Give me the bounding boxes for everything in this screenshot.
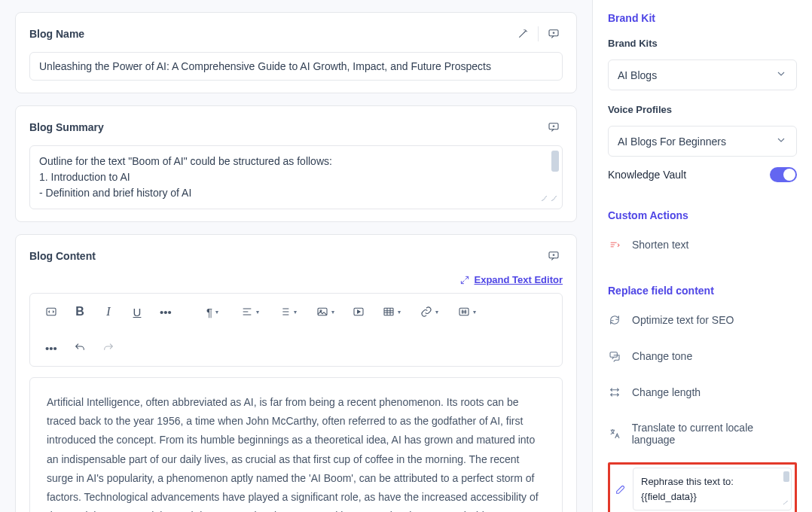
refresh-icon bbox=[608, 313, 621, 327]
resize-handle-icon[interactable]: ⟋⟋ bbox=[539, 191, 559, 206]
length-label: Change length bbox=[632, 386, 701, 398]
blog-name-header: Blog Name bbox=[29, 25, 563, 43]
seo-label: Optimize text for SEO bbox=[632, 314, 734, 326]
knowledge-vault-label: Knowledge Vault bbox=[608, 169, 686, 181]
translate-action[interactable]: Translate to current locale language bbox=[608, 416, 797, 452]
knowledge-vault-toggle[interactable] bbox=[770, 167, 797, 182]
shorten-label: Shorten text bbox=[632, 239, 689, 251]
editor-toolbar: B I U ••• ¶▾ ▾ ▾ ▾ ▾ ▾ ▾ ••• bbox=[29, 293, 563, 367]
brand-kits-value: AI Blogs bbox=[618, 69, 657, 81]
blog-summary-card: Blog Summary Outline for the text "Boom … bbox=[15, 105, 577, 222]
blog-summary-textarea[interactable]: Outline for the text "Boom of AI" could … bbox=[29, 145, 563, 209]
more-tools-icon[interactable]: ••• bbox=[39, 336, 63, 360]
tone-label: Change tone bbox=[632, 350, 692, 362]
svg-rect-7 bbox=[384, 308, 393, 315]
blog-name-input[interactable] bbox=[29, 52, 563, 81]
translate-icon bbox=[608, 427, 621, 440]
list-icon[interactable]: ▾ bbox=[271, 300, 304, 324]
chevron-down-icon bbox=[775, 68, 787, 82]
length-icon bbox=[608, 386, 621, 399]
rephrase-line: {{field_data}} bbox=[641, 489, 783, 504]
chat-icon bbox=[608, 349, 621, 363]
scrollbar[interactable] bbox=[783, 471, 789, 482]
blog-content-card: Blog Content Expand Text Editor B I U ••… bbox=[15, 234, 577, 512]
magic-wand-icon[interactable] bbox=[514, 25, 532, 43]
change-length-action[interactable]: Change length bbox=[608, 379, 797, 405]
optimize-seo-action[interactable]: Optimize text for SEO bbox=[608, 307, 797, 333]
summary-line: 1. Introduction to AI bbox=[39, 169, 553, 185]
blog-content-editor[interactable]: Artificial Intelligence, often abbreviat… bbox=[29, 377, 563, 512]
comment-add-icon[interactable] bbox=[545, 25, 563, 43]
link-icon[interactable]: ▾ bbox=[413, 300, 446, 324]
blog-name-actions bbox=[514, 25, 563, 43]
blog-name-card: Blog Name bbox=[15, 12, 577, 93]
brand-kit-title: Brand Kit bbox=[608, 12, 797, 24]
blog-summary-label: Blog Summary bbox=[29, 121, 104, 133]
redo-icon[interactable] bbox=[96, 336, 121, 360]
knowledge-vault-row: Knowledge Vault bbox=[608, 167, 797, 182]
custom-actions-title: Custom Actions bbox=[608, 209, 797, 221]
blog-name-label: Blog Name bbox=[29, 28, 84, 40]
replace-content-title: Replace field content bbox=[608, 285, 797, 297]
blog-content-header: Blog Content bbox=[29, 247, 563, 265]
rephrase-line: Rephrase this text to: bbox=[641, 474, 783, 489]
blog-summary-actions bbox=[545, 118, 563, 136]
scrollbar[interactable] bbox=[551, 151, 559, 172]
rephrase-textarea[interactable]: Rephrase this text to: {{field_data}} ⟋ bbox=[633, 468, 792, 510]
italic-icon[interactable]: I bbox=[96, 300, 121, 324]
sidebar: Brand Kit Brand Kits AI Blogs Voice Prof… bbox=[592, 0, 812, 512]
comment-add-icon[interactable] bbox=[545, 247, 563, 265]
chevron-down-icon bbox=[775, 134, 787, 148]
align-icon[interactable]: ▾ bbox=[234, 300, 267, 324]
translate-label: Translate to current locale language bbox=[632, 422, 797, 446]
shorten-icon bbox=[608, 238, 621, 251]
hash-icon[interactable]: ▾ bbox=[450, 300, 484, 324]
svg-rect-3 bbox=[47, 308, 56, 315]
rephrase-action-highlighted: Rephrase this text to: {{field_data}} ⟋ bbox=[608, 462, 797, 512]
image-icon[interactable]: ▾ bbox=[309, 300, 342, 324]
shorten-text-action[interactable]: Shorten text bbox=[608, 232, 797, 258]
bold-icon[interactable]: B bbox=[68, 300, 92, 324]
blog-summary-header: Blog Summary bbox=[29, 118, 563, 136]
expand-editor-link[interactable]: Expand Text Editor bbox=[29, 274, 563, 285]
voice-profiles-value: AI Blogs For Beginners bbox=[618, 136, 726, 148]
divider bbox=[538, 26, 539, 41]
summary-line: Outline for the text "Boom of AI" could … bbox=[39, 154, 553, 169]
video-icon[interactable] bbox=[346, 300, 371, 324]
underline-icon[interactable]: U bbox=[125, 300, 149, 324]
brand-kits-select[interactable]: AI Blogs bbox=[608, 59, 797, 90]
main-panel: Blog Name Blog Summary Outlin bbox=[0, 0, 592, 512]
svg-rect-9 bbox=[610, 352, 617, 358]
summary-line: - Definition and brief history of AI bbox=[39, 185, 553, 201]
edit-icon[interactable] bbox=[613, 468, 628, 510]
voice-profiles-select[interactable]: AI Blogs For Beginners bbox=[608, 126, 797, 157]
blog-content-actions bbox=[545, 247, 563, 265]
paragraph-icon[interactable]: ¶▾ bbox=[196, 300, 229, 324]
code-block-icon[interactable] bbox=[39, 300, 63, 324]
table-icon[interactable]: ▾ bbox=[375, 300, 408, 324]
change-tone-action[interactable]: Change tone bbox=[608, 343, 797, 369]
blog-content-label: Blog Content bbox=[29, 250, 96, 262]
undo-icon[interactable] bbox=[68, 336, 92, 360]
more-format-icon[interactable]: ••• bbox=[154, 300, 178, 324]
comment-add-icon[interactable] bbox=[545, 118, 563, 136]
brand-kits-label: Brand Kits bbox=[608, 38, 797, 49]
resize-handle-icon[interactable]: ⟋ bbox=[781, 496, 789, 509]
svg-rect-8 bbox=[459, 308, 469, 315]
content-body: Artificial Intelligence, often abbreviat… bbox=[47, 396, 539, 512]
voice-profiles-label: Voice Profiles bbox=[608, 104, 797, 115]
expand-label: Expand Text Editor bbox=[475, 274, 563, 285]
